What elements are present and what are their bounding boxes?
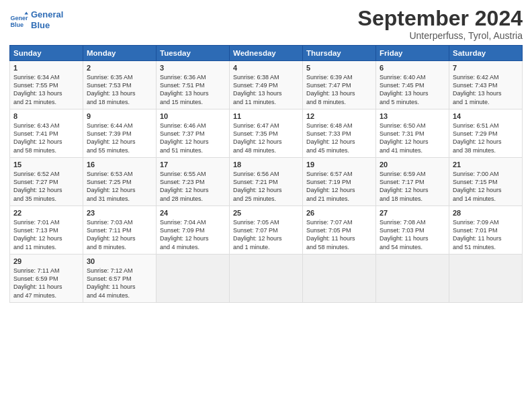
day-number: 4 (233, 64, 299, 72)
day-info: Sunrise: 7:09 AM Sunset: 7:01 PM Dayligh… (453, 218, 519, 251)
calendar-cell: 23Sunrise: 7:03 AM Sunset: 7:11 PM Dayli… (83, 206, 157, 255)
day-info: Sunrise: 7:05 AM Sunset: 7:07 PM Dayligh… (233, 218, 299, 251)
day-number: 2 (87, 64, 152, 72)
logo-line1: General (31, 9, 63, 20)
day-info: Sunrise: 6:38 AM Sunset: 7:49 PM Dayligh… (233, 73, 299, 106)
day-number: 25 (233, 209, 299, 217)
day-number: 14 (453, 112, 519, 120)
logo-icon: General Blue (9, 11, 28, 30)
day-number: 11 (233, 112, 299, 120)
day-info: Sunrise: 6:48 AM Sunset: 7:33 PM Dayligh… (306, 122, 372, 154)
month-title: September 2024 (358, 7, 523, 30)
subtitle: Unterperfuss, Tyrol, Austria (358, 30, 523, 41)
day-info: Sunrise: 7:08 AM Sunset: 7:03 PM Dayligh… (380, 218, 445, 251)
calendar-cell: 6Sunrise: 6:40 AM Sunset: 7:45 PM Daylig… (376, 61, 449, 109)
day-number: 9 (87, 112, 152, 120)
calendar-cell (376, 255, 449, 303)
calendar-cell (230, 255, 303, 303)
day-number: 27 (380, 209, 445, 217)
calendar-cell: 11Sunrise: 6:47 AM Sunset: 7:35 PM Dayli… (230, 109, 303, 158)
day-info: Sunrise: 6:59 AM Sunset: 7:17 PM Dayligh… (380, 170, 445, 203)
day-info: Sunrise: 6:42 AM Sunset: 7:43 PM Dayligh… (453, 73, 519, 106)
day-number: 6 (380, 64, 445, 72)
day-info: Sunrise: 6:57 AM Sunset: 7:19 PM Dayligh… (306, 170, 372, 203)
day-info: Sunrise: 6:43 AM Sunset: 7:41 PM Dayligh… (13, 122, 79, 154)
day-number: 8 (13, 112, 79, 120)
calendar-cell: 13Sunrise: 6:50 AM Sunset: 7:31 PM Dayli… (376, 109, 449, 158)
svg-text:Blue: Blue (10, 21, 24, 28)
weekday-header: Sunday (10, 46, 83, 61)
day-number: 3 (160, 64, 226, 72)
calendar-cell: 3Sunrise: 6:36 AM Sunset: 7:51 PM Daylig… (157, 61, 230, 109)
calendar-cell: 27Sunrise: 7:08 AM Sunset: 7:03 PM Dayli… (376, 206, 449, 255)
day-info: Sunrise: 6:35 AM Sunset: 7:53 PM Dayligh… (87, 73, 152, 106)
calendar-cell: 14Sunrise: 6:51 AM Sunset: 7:29 PM Dayli… (449, 109, 523, 158)
day-number: 1 (13, 64, 79, 72)
day-info: Sunrise: 7:00 AM Sunset: 7:15 PM Dayligh… (453, 170, 519, 203)
day-number: 10 (160, 112, 226, 120)
day-number: 7 (453, 64, 519, 72)
weekday-header: Wednesday (230, 46, 303, 61)
calendar-cell: 17Sunrise: 6:55 AM Sunset: 7:23 PM Dayli… (157, 158, 230, 206)
calendar-cell: 28Sunrise: 7:09 AM Sunset: 7:01 PM Dayli… (449, 206, 523, 255)
header: General Blue General Blue September 2024… (9, 7, 523, 41)
day-number: 21 (453, 161, 519, 169)
day-number: 17 (160, 161, 226, 169)
day-number: 29 (13, 257, 79, 265)
calendar-cell: 9Sunrise: 6:44 AM Sunset: 7:39 PM Daylig… (83, 109, 157, 158)
calendar-cell: 26Sunrise: 7:07 AM Sunset: 7:05 PM Dayli… (303, 206, 376, 255)
calendar-cell: 10Sunrise: 6:46 AM Sunset: 7:37 PM Dayli… (157, 109, 230, 158)
day-info: Sunrise: 7:07 AM Sunset: 7:05 PM Dayligh… (306, 218, 372, 251)
day-info: Sunrise: 7:03 AM Sunset: 7:11 PM Dayligh… (87, 218, 152, 251)
logo-line2: Blue (31, 20, 63, 31)
title-block: September 2024 Unterperfuss, Tyrol, Aust… (358, 7, 523, 41)
calendar-cell: 8Sunrise: 6:43 AM Sunset: 7:41 PM Daylig… (10, 109, 83, 158)
day-info: Sunrise: 7:01 AM Sunset: 7:13 PM Dayligh… (13, 218, 79, 251)
day-info: Sunrise: 6:46 AM Sunset: 7:37 PM Dayligh… (160, 122, 226, 154)
calendar-header-row: SundayMondayTuesdayWednesdayThursdayFrid… (10, 46, 523, 61)
weekday-header: Saturday (449, 46, 523, 61)
day-number: 26 (306, 209, 372, 217)
day-number: 13 (380, 112, 445, 120)
calendar-cell: 4Sunrise: 6:38 AM Sunset: 7:49 PM Daylig… (230, 61, 303, 109)
calendar-cell: 21Sunrise: 7:00 AM Sunset: 7:15 PM Dayli… (449, 158, 523, 206)
day-number: 23 (87, 209, 152, 217)
calendar-cell (449, 255, 523, 303)
calendar-table: SundayMondayTuesdayWednesdayThursdayFrid… (9, 45, 523, 303)
calendar-cell: 29Sunrise: 7:11 AM Sunset: 6:59 PM Dayli… (10, 255, 83, 303)
weekday-header: Friday (376, 46, 449, 61)
day-info: Sunrise: 6:53 AM Sunset: 7:25 PM Dayligh… (87, 170, 152, 203)
weekday-header: Thursday (303, 46, 376, 61)
calendar-cell: 7Sunrise: 6:42 AM Sunset: 7:43 PM Daylig… (449, 61, 523, 109)
calendar-cell: 22Sunrise: 7:01 AM Sunset: 7:13 PM Dayli… (10, 206, 83, 255)
day-number: 30 (87, 257, 152, 265)
calendar-cell (157, 255, 230, 303)
day-number: 19 (306, 161, 372, 169)
calendar-cell: 16Sunrise: 6:53 AM Sunset: 7:25 PM Dayli… (83, 158, 157, 206)
day-info: Sunrise: 7:12 AM Sunset: 6:57 PM Dayligh… (87, 267, 152, 300)
day-info: Sunrise: 6:55 AM Sunset: 7:23 PM Dayligh… (160, 170, 226, 203)
day-number: 16 (87, 161, 152, 169)
calendar-cell: 24Sunrise: 7:04 AM Sunset: 7:09 PM Dayli… (157, 206, 230, 255)
day-number: 18 (233, 161, 299, 169)
calendar-cell: 20Sunrise: 6:59 AM Sunset: 7:17 PM Dayli… (376, 158, 449, 206)
day-info: Sunrise: 6:50 AM Sunset: 7:31 PM Dayligh… (380, 122, 445, 154)
calendar-cell: 12Sunrise: 6:48 AM Sunset: 7:33 PM Dayli… (303, 109, 376, 158)
day-info: Sunrise: 6:52 AM Sunset: 7:27 PM Dayligh… (13, 170, 79, 203)
day-number: 12 (306, 112, 372, 120)
svg-marker-2 (24, 11, 28, 14)
calendar-cell: 30Sunrise: 7:12 AM Sunset: 6:57 PM Dayli… (83, 255, 157, 303)
day-number: 22 (13, 209, 79, 217)
svg-text:General: General (10, 15, 28, 21)
calendar-cell (303, 255, 376, 303)
day-info: Sunrise: 6:44 AM Sunset: 7:39 PM Dayligh… (87, 122, 152, 154)
day-number: 20 (380, 161, 445, 169)
calendar-cell: 2Sunrise: 6:35 AM Sunset: 7:53 PM Daylig… (83, 61, 157, 109)
page-container: General Blue General Blue September 2024… (0, 0, 532, 310)
weekday-header: Monday (83, 46, 157, 61)
day-info: Sunrise: 6:34 AM Sunset: 7:55 PM Dayligh… (13, 73, 79, 106)
calendar-cell: 18Sunrise: 6:56 AM Sunset: 7:21 PM Dayli… (230, 158, 303, 206)
day-number: 15 (13, 161, 79, 169)
day-info: Sunrise: 6:36 AM Sunset: 7:51 PM Dayligh… (160, 73, 226, 106)
day-info: Sunrise: 7:04 AM Sunset: 7:09 PM Dayligh… (160, 218, 226, 251)
